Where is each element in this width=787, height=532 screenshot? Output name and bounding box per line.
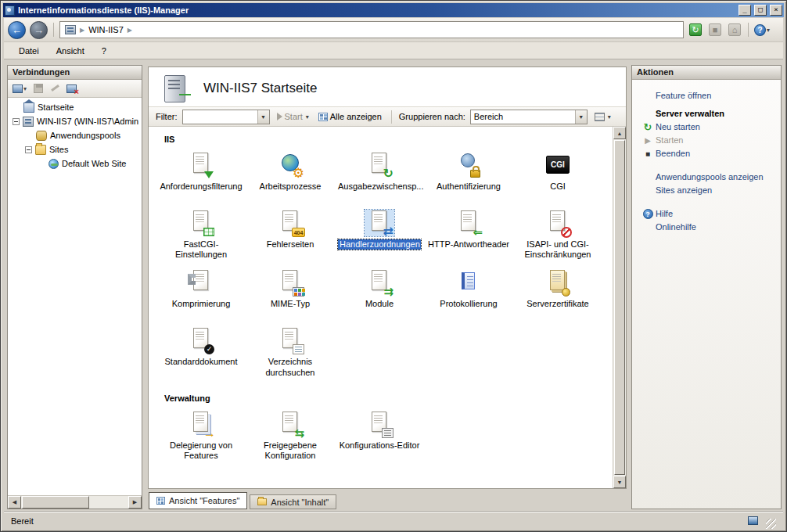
group-by-select[interactable]: Bereich ▼ [470,110,588,124]
menu-ansicht[interactable]: Ansicht [48,44,93,58]
rename-connection-button[interactable] [50,84,59,93]
feature-tile-worker-processes[interactable]: Arbeitsprozesse [246,150,335,200]
browse-button[interactable]: ⌂ [727,22,742,38]
status-monitor-icon [748,516,758,525]
horizontal-scrollbar[interactable]: ◀ ▶ [8,495,142,509]
refresh-button[interactable]: ↻ [688,22,703,38]
start-link[interactable]: ▶ Starten [656,135,774,145]
go-button[interactable]: Start ▾ [275,110,311,123]
server-node-icon [23,117,34,127]
delete-connection-button[interactable] [66,84,77,93]
save-connections-button[interactable] [34,84,43,93]
show-app-pools-link[interactable]: Anwendungspools anzeigen [656,172,774,182]
view-selector-button[interactable]: ▾ [592,111,613,123]
feature-tile-handler-mappings[interactable]: Handlerzuordnungen [335,208,424,260]
resize-grip[interactable] [766,519,776,529]
go-icon [277,113,282,120]
address-bar[interactable]: ▶ WIN-IIS7 ▶ [59,21,684,38]
feature-tile-default-document[interactable]: Standarddokument [156,325,246,377]
feature-tile-directory-browsing[interactable]: Verzeichnis durchsuchen [246,325,335,377]
chevron-down-icon[interactable]: ▼ [575,110,587,124]
feature-tile-server-certificates[interactable]: Serverzertifikate [513,268,602,318]
close-button[interactable]: × [770,5,782,16]
collapse-icon[interactable] [25,146,32,153]
restart-link[interactable]: ↻ Neu starten [656,122,774,131]
minimize-button[interactable]: _ [738,5,751,16]
tree-item-default-web-site[interactable]: Default Web Site [8,156,142,171]
title-bar[interactable]: Internetinformationsdienste (IIS)-Manage… [3,3,784,17]
compression-icon [186,269,216,296]
default-document-icon [186,327,216,354]
collapse-icon[interactable] [13,118,20,125]
actions-list: Feature öffnen Server verwalten ↻ Neu st… [632,80,781,509]
scroll-up-button[interactable]: ▲ [613,127,626,139]
help-link[interactable]: ? Hilfe [656,209,774,218]
server-home-icon [160,73,191,104]
vertical-scrollbar[interactable]: ▲ ▼ [613,127,626,488]
tab-features-view[interactable]: Ansicht "Features" [149,492,247,509]
modules-icon [365,269,394,296]
open-feature-link[interactable]: Feature öffnen [656,91,774,100]
feature-tile-configuration-editor[interactable]: Konfigurations-Editor [335,409,424,461]
menu-datei[interactable]: Datei [10,44,48,58]
maximize-button[interactable]: □ [754,5,767,16]
feature-label: CGI [550,182,566,192]
connections-tree: Startseite WIN-IIS7 (WIN-IIS7\Admin Anwe… [8,98,142,495]
help-label: Hilfe [656,209,673,218]
feature-label: Delegierung von Features [160,440,243,461]
forward-button[interactable]: → [30,21,48,39]
back-button[interactable]: ← [8,21,26,39]
feature-tile-http-response-headers[interactable]: HTTP-Antwortheader [424,208,513,260]
feature-tile-feature-delegation[interactable]: Delegierung von Features [156,409,246,461]
show-sites-link[interactable]: Sites anzeigen [656,185,774,195]
scroll-down-button[interactable]: ▼ [613,476,626,488]
scrollbar-track[interactable] [90,496,128,509]
chevron-down-icon: ▾ [306,113,309,120]
feature-label: MIME-Typ [271,299,310,309]
show-all-label: Alle anzeigen [330,112,382,121]
restart-icon: ↻ [642,122,653,132]
new-connection-button[interactable]: ▾ [13,84,27,93]
authentication-icon [454,152,483,178]
feature-tile-output-caching[interactable]: Ausgabezwischensp... [335,150,424,200]
feature-tile-logging[interactable]: Protokollierung [424,268,513,318]
show-all-button[interactable]: Alle anzeigen [316,110,384,123]
feature-tile-authentication[interactable]: Authentifizierung [424,150,513,200]
tree-item-server[interactable]: WIN-IIS7 (WIN-IIS7\Admin [8,114,142,128]
menu-hilfe[interactable]: ? [93,44,115,58]
stop-icon: ■ [709,23,721,36]
filter-toolbar: Filter: ▼ Start ▾ Alle anzeigen Gruppier… [149,106,626,127]
scrollbar-thumb[interactable] [22,496,89,509]
feature-label-selected: Handlerzuordnungen [338,239,421,250]
feature-tile-shared-configuration[interactable]: Freigegebene Konfiguration [246,409,335,461]
feature-tile-request-filtering[interactable]: Anforderungsfilterung [156,150,246,200]
isapi-cgi-restrictions-icon [543,210,573,236]
handler-mappings-icon [365,210,394,236]
view-tabs: Ansicht "Features" Ansicht "Inhalt" [149,491,627,509]
feature-tile-mime-types[interactable]: MIME-Typ [246,268,335,318]
feature-tile-error-pages[interactable]: Fehlerseiten [246,208,335,260]
status-bar: Bereit [4,512,783,529]
feature-tile-isapi-cgi-restrictions[interactable]: ISAPI- und CGI-Einschränkungen [513,208,602,260]
tree-item-anwendungspools[interactable]: Anwendungspools [8,128,142,142]
online-help-link[interactable]: Onlinehilfe [656,222,774,232]
feature-tile-compression[interactable]: Komprimierung [156,268,246,318]
feature-label: Freigegebene Konfiguration [249,440,332,461]
stop-link[interactable]: ■ Beenden [656,149,774,158]
feature-tile-fastcgi[interactable]: FastCGI-Einstellungen [156,208,246,260]
breadcrumb-server[interactable]: WIN-IIS7 [88,25,124,34]
stop-button[interactable]: ■ [707,22,723,38]
help-button[interactable]: ? ▾ [754,22,770,38]
tree-item-sites[interactable]: Sites [8,142,142,156]
chevron-down-icon[interactable]: ▼ [257,110,269,124]
feature-tile-cgi[interactable]: CGI [513,150,602,200]
filter-input[interactable]: ▼ [182,110,270,124]
feature-tile-modules[interactable]: Module [335,268,424,318]
pencil-icon [50,84,59,93]
tree-item-startseite[interactable]: Startseite [8,100,142,114]
scrollbar-thumb[interactable] [614,140,625,475]
feature-label: Anforderungsfilterung [160,182,242,192]
scroll-right-button[interactable]: ▶ [128,496,142,509]
tab-content-view[interactable]: Ansicht "Inhalt" [250,494,336,509]
scroll-left-button[interactable]: ◀ [8,496,21,509]
